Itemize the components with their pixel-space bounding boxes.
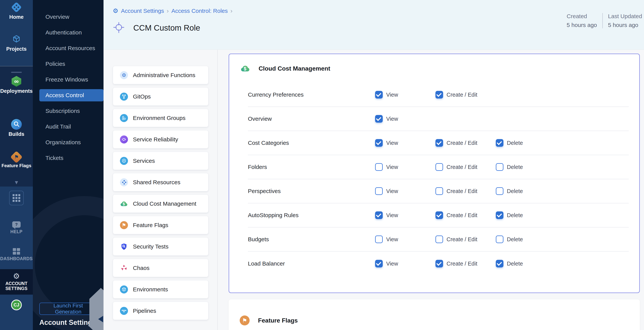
checked-checkbox[interactable]: [496, 260, 504, 267]
links-icon: [120, 307, 128, 315]
checked-checkbox[interactable]: [436, 260, 443, 267]
permission-cell-delete[interactable]: Delete: [496, 187, 523, 195]
sidebar-item-subscriptions[interactable]: Subscriptions: [39, 103, 104, 119]
permission-cell-delete[interactable]: Delete: [496, 260, 523, 267]
resource-category-list: ⚙ Administrative Functions GitOps Enviro…: [104, 50, 218, 330]
checked-checkbox[interactable]: [375, 139, 383, 147]
permission-cell-view[interactable]: View: [375, 91, 398, 98]
permission-cell-create-edit[interactable]: Create / Edit: [436, 139, 477, 147]
permission-cell-delete[interactable]: Delete: [496, 163, 523, 171]
resource-category-feature-flags[interactable]: ⚑ Feature Flags: [113, 216, 208, 234]
resource-category-pipelines[interactable]: Pipelines: [113, 302, 208, 320]
checked-checkbox[interactable]: [375, 211, 383, 219]
permission-cell-create-edit[interactable]: Create / Edit: [436, 260, 477, 267]
rail-item-help[interactable]: ? HELP: [0, 221, 33, 234]
permission-row-label: Folders: [248, 164, 267, 170]
permission-cell-delete[interactable]: Delete: [496, 139, 523, 147]
permission-cell-delete[interactable]: Delete: [496, 211, 523, 219]
resource-category-label: Environments: [133, 286, 168, 293]
unchecked-checkbox[interactable]: [496, 236, 504, 243]
sidebar-item-audit-trail[interactable]: Audit Trail: [39, 119, 104, 134]
permission-cell-create-edit[interactable]: Create / Edit: [436, 211, 477, 219]
sidebar-item-label: Freeze Windows: [46, 76, 88, 83]
sidebar-item-label: Audit Trail: [46, 123, 71, 130]
resource-category-administrative-functions[interactable]: ⚙ Administrative Functions: [113, 66, 208, 84]
resource-category-cloud-cost-management[interactable]: $ Cloud Cost Management: [113, 195, 208, 213]
resource-category-services[interactable]: Services: [113, 152, 208, 170]
sidebar-item-policies[interactable]: Policies: [39, 56, 104, 72]
sidebar-collapse-arrow-icon[interactable]: [98, 316, 103, 322]
permission-row-label: Cost Categories: [248, 140, 289, 146]
sidebar-item-freeze-windows[interactable]: Freeze Windows: [39, 72, 104, 87]
permission-cell-create-edit[interactable]: Create / Edit: [436, 187, 477, 195]
permission-cell-create-edit[interactable]: Create / Edit: [436, 91, 477, 98]
checked-checkbox[interactable]: [375, 260, 383, 267]
rail-item-account-settings[interactable]: ⚙ ACCOUNT SETTINGS: [0, 269, 33, 295]
resource-category-shared-resources[interactable]: Shared Resources: [113, 173, 208, 191]
rail-item-dashboards[interactable]: DASHBOARDS: [0, 248, 33, 261]
chevron-down-icon[interactable]: ▼: [0, 180, 33, 186]
rail-item-projects[interactable]: Projects: [0, 34, 33, 52]
checked-checkbox[interactable]: [436, 211, 443, 219]
checked-checkbox[interactable]: [436, 139, 443, 147]
sidebar-item-account-resources[interactable]: Account Resources: [39, 40, 104, 56]
shield-search-icon: [120, 243, 128, 251]
permission-cell-view[interactable]: View: [375, 236, 398, 243]
breadcrumb-account-settings[interactable]: Account Settings: [121, 8, 164, 14]
sidebar-item-access-control[interactable]: Access Control: [39, 89, 104, 101]
launch-first-generation-button[interactable]: Launch First Generation: [39, 303, 97, 315]
checked-checkbox[interactable]: [375, 91, 383, 98]
permission-cell-view[interactable]: View: [375, 163, 398, 171]
permission-row-folders: Folders ViewCreate / EditDelete: [248, 155, 629, 179]
checkbox-label: Create / Edit: [446, 236, 477, 243]
sidebar-item-label: Access Control: [46, 92, 84, 98]
resource-category-environment-groups[interactable]: Environment Groups: [113, 109, 208, 127]
checkbox-label: View: [386, 212, 398, 219]
resource-category-chaos[interactable]: Chaos: [113, 259, 208, 277]
checkbox-label: View: [386, 116, 398, 122]
unchecked-checkbox[interactable]: [375, 187, 383, 195]
role-target-icon: [113, 22, 125, 35]
permission-row-overview: Overview View: [248, 107, 629, 131]
checked-checkbox[interactable]: [496, 211, 504, 219]
gear-icon: ⚙: [120, 71, 128, 79]
permission-cell-view[interactable]: View: [375, 115, 398, 123]
resource-category-label: Environment Groups: [133, 115, 186, 121]
sidebar-item-authentication[interactable]: Authentication: [39, 25, 104, 40]
checked-checkbox[interactable]: [496, 139, 504, 147]
unchecked-checkbox[interactable]: [436, 236, 443, 243]
resource-category-service-reliability[interactable]: Service Reliability: [113, 130, 208, 148]
permission-cell-create-edit[interactable]: Create / Edit: [436, 236, 477, 243]
checked-checkbox[interactable]: [436, 91, 443, 98]
resource-category-gitops[interactable]: GitOps: [113, 87, 208, 106]
gear-icon: ⚙: [13, 272, 20, 280]
rail-item-home[interactable]: Home: [0, 2, 33, 20]
unchecked-checkbox[interactable]: [436, 187, 443, 195]
permission-cell-view[interactable]: View: [375, 187, 398, 195]
unchecked-checkbox[interactable]: [436, 163, 443, 171]
checkbox-label: View: [386, 236, 398, 243]
sidebar-item-tickets[interactable]: Tickets: [39, 150, 104, 166]
permission-cell-view[interactable]: View: [375, 260, 398, 267]
permission-cell-view[interactable]: View: [375, 139, 398, 147]
resource-category-environments[interactable]: Environments: [113, 280, 208, 298]
sidebar-item-organizations[interactable]: Organizations: [39, 134, 104, 150]
module-grid-button[interactable]: [9, 191, 24, 205]
rail-item-feature-flags[interactable]: ⚑ Feature Flags: [0, 152, 33, 168]
unchecked-checkbox[interactable]: [375, 236, 383, 243]
sidebar-item-overview[interactable]: Overview: [39, 9, 104, 25]
permission-cell-delete[interactable]: Delete: [496, 236, 523, 243]
harness-logo-icon: [11, 2, 22, 13]
app-window: Home Projects ∞ Deployments Builds: [0, 0, 644, 330]
breadcrumb-access-control-roles[interactable]: Access Control: Roles: [171, 8, 228, 14]
unchecked-checkbox[interactable]: [496, 163, 504, 171]
rail-item-deployments[interactable]: ∞ Deployments: [0, 76, 33, 94]
unchecked-checkbox[interactable]: [496, 187, 504, 195]
permission-cell-create-edit[interactable]: Create / Edit: [436, 163, 477, 171]
unchecked-checkbox[interactable]: [375, 163, 383, 171]
checked-checkbox[interactable]: [375, 115, 383, 123]
permission-cell-view[interactable]: View: [375, 211, 398, 219]
rail-item-builds[interactable]: Builds: [0, 119, 33, 137]
user-avatar[interactable]: CJ: [11, 300, 22, 310]
resource-category-security-tests[interactable]: Security Tests: [113, 237, 208, 256]
